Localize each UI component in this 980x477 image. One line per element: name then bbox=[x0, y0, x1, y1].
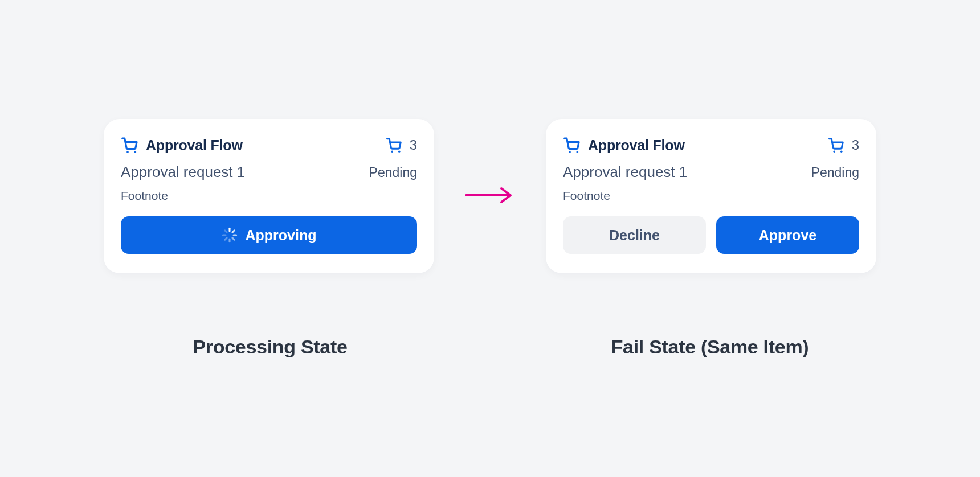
cart-icon bbox=[828, 137, 845, 154]
svg-line-9 bbox=[224, 238, 226, 240]
captions-row: Processing State Fail State (Same Item) bbox=[0, 336, 980, 358]
approving-button[interactable]: Approving bbox=[121, 216, 417, 254]
cart-icon bbox=[386, 137, 403, 154]
status-badge: Pending bbox=[811, 165, 859, 180]
request-title: Approval request 1 bbox=[563, 163, 687, 181]
svg-point-2 bbox=[391, 151, 393, 153]
svg-line-11 bbox=[224, 231, 226, 232]
svg-line-5 bbox=[232, 231, 234, 232]
cart-icon bbox=[563, 136, 581, 154]
decline-button[interactable]: Decline bbox=[563, 216, 706, 254]
request-title: Approval request 1 bbox=[121, 163, 245, 181]
card-title: Approval Flow bbox=[146, 137, 243, 154]
footnote-text: Footnote bbox=[121, 189, 417, 203]
spinner-icon bbox=[222, 227, 238, 243]
svg-point-13 bbox=[569, 151, 571, 153]
fail-state-card: Approval Flow 3 Approval request 1 Pend bbox=[546, 119, 876, 273]
svg-line-7 bbox=[232, 238, 234, 240]
card-header: Approval Flow 3 bbox=[121, 136, 417, 154]
svg-point-3 bbox=[398, 151, 401, 153]
arrow-icon bbox=[464, 184, 516, 209]
item-count: 3 bbox=[410, 137, 417, 153]
footnote-text: Footnote bbox=[563, 189, 859, 203]
cart-icon bbox=[121, 136, 139, 154]
svg-point-1 bbox=[134, 151, 136, 153]
cards-row: Approval Flow 3 Approval request 1 Pend bbox=[104, 119, 876, 273]
svg-point-15 bbox=[833, 151, 835, 153]
processing-caption: Processing State bbox=[105, 336, 435, 358]
svg-point-14 bbox=[576, 151, 578, 153]
card-title: Approval Flow bbox=[588, 137, 685, 154]
status-badge: Pending bbox=[369, 165, 417, 180]
approving-label: Approving bbox=[246, 227, 317, 244]
approve-button[interactable]: Approve bbox=[716, 216, 859, 254]
fail-caption: Fail State (Same Item) bbox=[545, 336, 875, 358]
processing-card: Approval Flow 3 Approval request 1 Pend bbox=[104, 119, 434, 273]
svg-point-16 bbox=[840, 151, 843, 153]
decline-label: Decline bbox=[609, 227, 660, 244]
item-count: 3 bbox=[852, 137, 859, 153]
approve-label: Approve bbox=[759, 227, 816, 244]
svg-point-0 bbox=[126, 151, 129, 153]
diagram-stage: Approval Flow 3 Approval request 1 Pend bbox=[0, 0, 980, 477]
card-header: Approval Flow 3 bbox=[563, 136, 859, 154]
